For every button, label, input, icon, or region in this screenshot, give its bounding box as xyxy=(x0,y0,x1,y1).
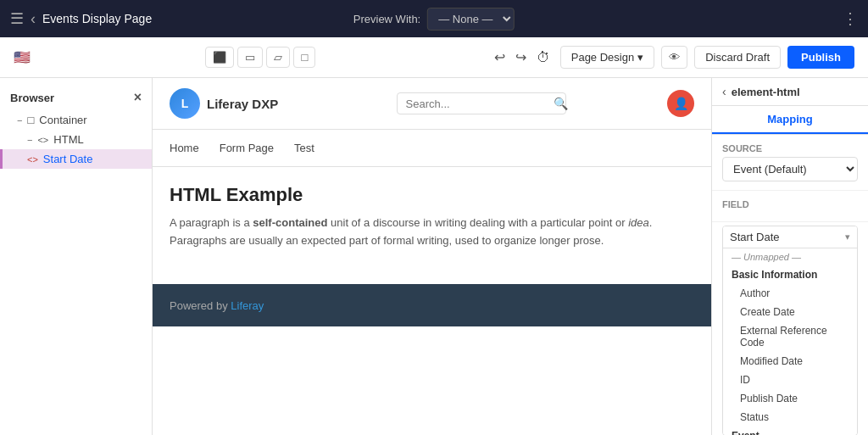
menu-item-test[interactable]: Test xyxy=(294,130,314,166)
preview-menu: Home Form Page Test xyxy=(153,130,711,167)
unmapped-header: — Unmapped — xyxy=(723,248,857,265)
sidebar-close-button[interactable]: × xyxy=(134,90,142,105)
language-flag-icon[interactable]: 🇺🇸 xyxy=(14,49,31,65)
field-label: Field xyxy=(722,199,858,209)
browser-label: Browser xyxy=(10,92,54,104)
footer-label: Powered by xyxy=(170,299,231,312)
basic-info-header: Basic Information xyxy=(723,265,857,284)
sidebar-item-container[interactable]: − □ Container xyxy=(0,110,152,130)
search-icon: 🔍 xyxy=(554,97,568,110)
dropdown-item-create-date[interactable]: Create Date xyxy=(723,303,857,321)
expand-icon-html: − xyxy=(27,135,32,145)
dropdown-selected-value: Start Date xyxy=(730,231,845,243)
page-design-label: Page Design xyxy=(571,51,634,64)
sidebar-container-label: Container xyxy=(39,114,86,126)
html-code-icon: <> xyxy=(37,135,48,145)
dropdown-arrow-icon: ▾ xyxy=(845,231,850,243)
panel-back-arrow[interactable]: ‹ xyxy=(722,85,726,98)
field-dropdown: Start Date ▾ — Unmapped — Basic Informat… xyxy=(722,226,858,435)
sidebar-item-start-date[interactable]: <> Start Date xyxy=(0,149,152,169)
preview-label: Preview With: xyxy=(353,13,420,25)
field-section: Field xyxy=(712,191,868,222)
toolbar-right: ↩ ↪ ⏱ Page Design ▾ 👁 Discard Draft Publ… xyxy=(491,46,854,69)
dropdown-item-author[interactable]: Author xyxy=(723,284,857,303)
right-panel-header: ‹ element-html xyxy=(712,78,868,106)
user-avatar: 👤 xyxy=(667,90,694,117)
sidebar-toggle-icon[interactable]: ☰ xyxy=(10,9,24,28)
history-button[interactable]: ⏱ xyxy=(533,46,554,69)
start-date-code-icon: <> xyxy=(27,154,38,165)
search-box[interactable]: 🔍 xyxy=(397,92,566,114)
publish-button[interactable]: Publish xyxy=(787,46,854,69)
undo-redo-group: ↩ ↪ ⏱ xyxy=(491,46,554,69)
sidebar-item-html[interactable]: − <> HTML xyxy=(0,130,152,149)
footer-text: Powered by Liferay xyxy=(170,299,264,312)
expand-icon: − xyxy=(17,115,22,125)
top-bar: ☰ ‹ Events Display Page Preview With: — … xyxy=(0,0,868,37)
dropdown-item-publish-date[interactable]: Publish Date xyxy=(723,389,857,408)
preview-eye-button[interactable]: 👁 xyxy=(661,46,687,69)
container-icon: □ xyxy=(27,114,34,126)
preview-controls: Preview With: — None — xyxy=(353,8,515,31)
preview-navbar: L Liferay DXP 🔍 👤 xyxy=(153,78,711,130)
logo-circle: L xyxy=(170,88,200,119)
panel-title: element-html xyxy=(732,86,800,98)
dropdown-item-external-ref[interactable]: External Reference Code xyxy=(723,321,857,352)
para-text-1: A paragraph is a xyxy=(170,216,253,229)
preview-body: HTML Example A paragraph is a self-conta… xyxy=(153,167,711,267)
tab-mapping[interactable]: Mapping xyxy=(712,106,868,134)
dropdown-item-modified-date[interactable]: Modified Date xyxy=(723,352,857,371)
preview-search: 🔍 xyxy=(295,92,667,114)
discard-draft-button[interactable]: Discard Draft xyxy=(694,46,781,69)
page-preview: L Liferay DXP 🔍 👤 Home Form Page Test xyxy=(153,78,711,435)
logo-text: Liferay DXP xyxy=(207,97,278,111)
more-options-icon[interactable]: ⋮ xyxy=(843,9,858,28)
top-bar-right: ⋮ xyxy=(843,9,858,28)
toolbar-left: 🇺🇸 xyxy=(14,49,31,65)
event-header: Event xyxy=(723,427,857,435)
dropdown-item-status[interactable]: Status xyxy=(723,408,857,427)
sidebar-start-date-label: Start Date xyxy=(43,153,93,165)
dropdown-item-id[interactable]: ID xyxy=(723,371,857,389)
source-select[interactable]: Event (Default) xyxy=(722,157,858,181)
chevron-down-icon: ▾ xyxy=(637,51,643,64)
right-panel: ‹ element-html Mapping Source Event (Def… xyxy=(711,78,868,435)
another-view-button[interactable]: □ xyxy=(293,47,315,68)
toolbar: 🇺🇸 ⬛ ▭ ▱ □ ↩ ↪ ⏱ Page Design ▾ 👁 Discard… xyxy=(0,37,868,78)
menu-item-form[interactable]: Form Page xyxy=(220,130,274,166)
preview-with-select[interactable]: — None — xyxy=(427,8,515,31)
preview-heading: HTML Example xyxy=(170,184,694,206)
para-italic: idea xyxy=(628,216,649,229)
desktop-view-button[interactable]: ⬛ xyxy=(205,47,234,68)
source-section: Source Event (Default) xyxy=(712,135,868,191)
search-input[interactable] xyxy=(406,98,548,110)
dropdown-select-row[interactable]: Start Date ▾ xyxy=(723,226,857,248)
sidebar-html-label: HTML xyxy=(53,133,83,146)
undo-button[interactable]: ↩ xyxy=(491,46,509,69)
center-content: L Liferay DXP 🔍 👤 Home Form Page Test xyxy=(153,78,711,435)
menu-item-home[interactable]: Home xyxy=(170,130,199,166)
page-title: Events Display Page xyxy=(42,12,152,25)
preview-footer: Powered by Liferay xyxy=(153,284,711,326)
para-bold: self-contained xyxy=(253,216,327,229)
para-text-2: unit of a discourse in writing dealing w… xyxy=(327,216,628,229)
page-design-button[interactable]: Page Design ▾ xyxy=(560,46,654,69)
device-icons: ⬛ ▭ ▱ □ xyxy=(205,47,315,68)
mobile-view-button[interactable]: ▱ xyxy=(266,47,290,68)
back-arrow-icon[interactable]: ‹ xyxy=(31,10,36,28)
sidebar-header: Browser × xyxy=(0,85,152,110)
footer-link[interactable]: Liferay xyxy=(231,299,264,312)
redo-button[interactable]: ↪ xyxy=(512,46,530,69)
preview-logo: L Liferay DXP xyxy=(170,78,295,129)
main-layout: Browser × − □ Container − <> HTML <> Sta… xyxy=(0,78,868,435)
source-label: Source xyxy=(722,143,858,153)
tablet-view-button[interactable]: ▭ xyxy=(237,47,263,68)
dropdown-list: — Unmapped — Basic Information Author Cr… xyxy=(723,248,857,435)
preview-paragraph: A paragraph is a self-contained unit of … xyxy=(170,215,694,250)
left-sidebar: Browser × − □ Container − <> HTML <> Sta… xyxy=(0,78,153,435)
panel-tabs: Mapping xyxy=(712,106,868,135)
